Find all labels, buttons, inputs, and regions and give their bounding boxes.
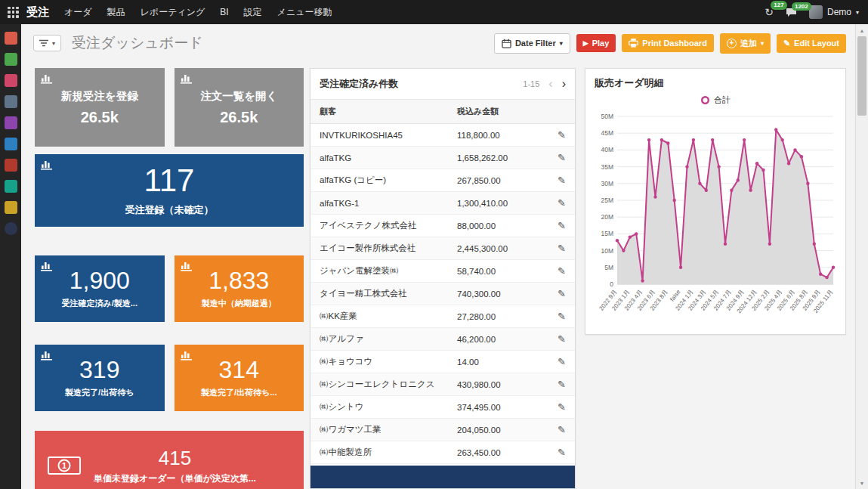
customer-name: INVTKURIKOSHIA45 (320, 131, 457, 140)
sidebar-app-6-icon[interactable] (5, 138, 17, 150)
order-row: ㈱ワガマツ工業204,050.00✎ (310, 419, 575, 441)
vertical-scrollbar[interactable]: ▲ ▼ (855, 24, 868, 489)
kpi-tile-orders-confirmed-production[interactable]: 1,900受注確定済み/製造... (35, 255, 165, 322)
tile-label: 新規受注を登録 (61, 89, 138, 104)
edit-layout-label: Edit Layout (794, 39, 839, 48)
tile-value: 314 (219, 357, 259, 383)
edit-pencil-icon[interactable]: ✎ (558, 288, 566, 299)
svg-text:40M: 40M (601, 146, 613, 153)
svg-text:20M: 20M (601, 213, 613, 221)
edit-pencil-icon[interactable]: ✎ (558, 447, 566, 458)
scroll-up-icon[interactable]: ▲ (856, 24, 868, 36)
tile-label: 受注登録（未確定） (125, 203, 214, 217)
sidebar-app-10-icon[interactable] (5, 222, 17, 235)
sidebar-app-2-icon[interactable] (5, 53, 17, 66)
kpi-tile-in-production-overdue[interactable]: 1,833製造中（納期超過） (175, 255, 304, 322)
kpi-tile-open-order-list[interactable]: 注文一覧を開く26.5k (175, 68, 304, 147)
sidebar-app-3-icon[interactable] (5, 74, 17, 87)
header-actions: Date Filter ▾ ▶ Play Print Dashboard + 追… (494, 33, 846, 54)
next-page-button[interactable]: › (562, 78, 566, 90)
order-row: INVTKURIKOSHIA45118,800.00✎ (310, 124, 575, 147)
chevron-down-icon: ▾ (761, 40, 764, 47)
navbar-menu: オーダ製品レポーティングBI設定メニュー移動 (64, 6, 347, 19)
edit-pencil-icon[interactable]: ✎ (558, 379, 566, 390)
kpi-tile-production-done-awaiting-shipment-2[interactable]: 314製造完了/出荷待ち... (175, 345, 304, 411)
tile-value: 1,900 (70, 268, 130, 294)
tile-label: 受注確定済み/製造... (62, 298, 137, 309)
nav-item-4[interactable]: BI (220, 7, 228, 17)
edit-pencil-icon[interactable]: ✎ (558, 197, 566, 209)
edit-pencil-icon[interactable]: ✎ (558, 424, 566, 435)
edit-pencil-icon[interactable]: ✎ (558, 311, 566, 322)
prev-page-button[interactable]: ‹ (548, 78, 552, 90)
sidebar-app-7-icon[interactable] (5, 159, 17, 172)
order-row: ㈱シントウ374,495.00✎ (310, 396, 575, 419)
order-row: アイベステクノ株式会社88,000.00✎ (310, 215, 575, 237)
order-row: alfaTKG1,658,262.00✎ (310, 147, 575, 169)
scroll-down-icon[interactable]: ▼ (856, 477, 868, 489)
edit-pencil-icon[interactable]: ✎ (558, 129, 566, 141)
order-row: alfaTKG (コピー)267,850.00✎ (310, 169, 575, 192)
sidebar-app-5-icon[interactable] (5, 116, 17, 129)
chat-icon[interactable]: 1202 (786, 8, 797, 17)
edit-pencil-icon[interactable]: ✎ (558, 243, 566, 254)
page-title: 受注ダッシュボード (72, 33, 203, 53)
kpi-tile-orders-without-unit-price[interactable]: 1415単価未登録オーダー（単価が決定次第... (35, 431, 304, 489)
edit-pencil-icon[interactable]: ✎ (558, 152, 566, 163)
edit-layout-button[interactable]: ✎ Edit Layout (777, 34, 846, 53)
amount-incl-tax: 263,450.00 (457, 448, 546, 457)
nav-item-5[interactable]: 設定 (244, 6, 262, 19)
nav-item-1[interactable]: オーダ (64, 6, 92, 19)
edit-pencil-icon[interactable]: ✎ (558, 333, 566, 345)
scrollbar-thumb[interactable] (857, 36, 866, 116)
nav-item-2[interactable]: 製品 (107, 6, 125, 19)
svg-text:35M: 35M (601, 163, 613, 171)
edit-pencil-icon[interactable]: ✎ (558, 175, 566, 186)
amount-incl-tax: 88,000.00 (457, 221, 546, 231)
sidebar-app-1-icon[interactable] (5, 32, 17, 45)
filter-button[interactable]: ▾ (33, 35, 61, 51)
legend-ring-icon (700, 95, 710, 105)
chart-column: 販売オーダ明細 合計 05M10M15M20M25M30M35M40M45M50… (585, 68, 846, 335)
refresh-history-icon[interactable]: ↻127 (765, 6, 774, 18)
nav-item-6[interactable]: メニュー移動 (277, 6, 332, 19)
play-label: Play (592, 39, 610, 48)
orders-table-column: 受注確定済み件数 1-15 ‹ › 顧客 税込み金額 INVTKURIKOSHI… (310, 68, 576, 489)
edit-pencil-icon[interactable]: ✎ (558, 356, 566, 367)
kpi-tile-register-new-order[interactable]: 新規受注を登録26.5k (35, 68, 165, 147)
date-filter-button[interactable]: Date Filter ▾ (494, 33, 570, 54)
svg-text:25M: 25M (601, 197, 613, 204)
tile-value: 26.5k (81, 110, 119, 125)
user-menu[interactable]: Demo ▾ (809, 5, 859, 19)
pagination: 1-15 ‹ › (523, 78, 566, 90)
svg-text:5M: 5M (604, 264, 613, 271)
customer-name: タイヨー精工株式会社 (320, 288, 457, 299)
svg-text:0: 0 (610, 280, 613, 288)
amount-incl-tax: 740,300.00 (457, 289, 546, 299)
chart-legend[interactable]: 合計 (592, 94, 839, 106)
sales-order-line-chart: 05M10M15M20M25M30M35M40M45M50M2022 9月202… (592, 106, 839, 333)
print-dashboard-button[interactable]: Print Dashboard (622, 34, 714, 52)
add-button[interactable]: + 追加 ▾ (720, 33, 771, 54)
amount-incl-tax: 267,850.00 (457, 176, 546, 185)
navbar: 受注 オーダ製品レポーティングBI設定メニュー移動 ↻127 1202 Demo… (0, 0, 868, 24)
kpi-tiles-column: 新規受注を登録26.5k注文一覧を開く26.5k 117受注登録（未確定） 1,… (35, 68, 304, 489)
edit-pencil-icon[interactable]: ✎ (558, 220, 566, 231)
bar-chart-icon (181, 261, 192, 274)
edit-pencil-icon[interactable]: ✎ (558, 401, 566, 413)
sidebar-app-8-icon[interactable] (5, 180, 17, 193)
nav-item-3[interactable]: レポーティング (141, 6, 205, 19)
confirmed-orders-panel: 受注確定済み件数 1-15 ‹ › 顧客 税込み金額 INVTKURIKOSHI… (310, 68, 576, 489)
sidebar-app-4-icon[interactable] (5, 95, 17, 108)
bar-chart-icon (41, 159, 52, 173)
customer-name: エイコー製作所株式会社 (320, 243, 457, 254)
edit-pencil-icon[interactable]: ✎ (558, 265, 566, 277)
apps-grid-icon[interactable] (8, 7, 19, 18)
sidebar-app-9-icon[interactable] (5, 201, 17, 214)
kpi-tile-production-done-awaiting-shipment[interactable]: 319製造完了/出荷待ち (35, 345, 165, 411)
kpi-tile-orders-unconfirmed[interactable]: 117受注登録（未確定） (35, 154, 304, 227)
play-button[interactable]: ▶ Play (576, 34, 616, 52)
amount-incl-tax: 374,495.00 (457, 403, 546, 412)
tile-value: 319 (79, 357, 119, 383)
tile-label: 製造中（納期超過） (202, 298, 276, 309)
